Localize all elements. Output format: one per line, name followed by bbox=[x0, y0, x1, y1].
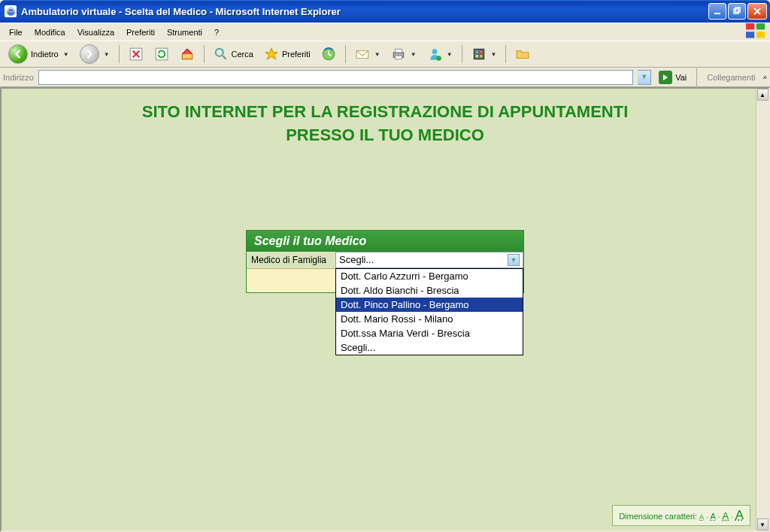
mail-button[interactable]: ▼ bbox=[351, 44, 384, 64]
font-size-xs[interactable]: A bbox=[699, 513, 704, 521]
select-option[interactable]: Dott. Aldo Bianchi - Brescia bbox=[336, 283, 523, 298]
address-input[interactable] bbox=[38, 70, 633, 85]
chevron-down-icon: ▼ bbox=[508, 254, 520, 266]
search-icon bbox=[214, 47, 229, 62]
address-dropdown[interactable]: ▼ bbox=[638, 70, 651, 85]
select-option[interactable]: Dott. Carlo Azzurri - Bergamo bbox=[336, 269, 523, 283]
svg-rect-2 bbox=[734, 9, 738, 14]
menu-file[interactable]: File bbox=[3, 26, 29, 39]
messenger-icon bbox=[427, 47, 442, 62]
svg-rect-21 bbox=[475, 55, 477, 57]
svg-rect-19 bbox=[475, 51, 477, 53]
separator bbox=[505, 45, 506, 63]
refresh-button[interactable] bbox=[150, 44, 173, 64]
favorites-button[interactable]: Preferiti bbox=[260, 44, 314, 64]
separator bbox=[204, 45, 205, 63]
print-button[interactable]: ▼ bbox=[387, 44, 420, 64]
menu-preferiti[interactable]: Preferiti bbox=[120, 26, 161, 39]
svg-rect-4 bbox=[746, 23, 754, 29]
titlebar: Ambulatorio virtuale - Scelta del Medico… bbox=[0, 0, 770, 23]
svg-rect-7 bbox=[756, 32, 765, 38]
tool-button-1[interactable]: ▼ bbox=[468, 44, 501, 64]
chevron-down-icon: ▼ bbox=[374, 51, 380, 58]
menu-visualizza[interactable]: Visualizza bbox=[71, 26, 120, 39]
field-label: Medico di Famiglia bbox=[247, 252, 335, 268]
grid-icon bbox=[471, 47, 487, 62]
stop-icon bbox=[129, 47, 144, 62]
svg-point-17 bbox=[436, 56, 441, 61]
svg-rect-1 bbox=[714, 13, 720, 14]
messenger-button[interactable]: ▼ bbox=[423, 44, 456, 64]
home-icon bbox=[180, 47, 195, 62]
svg-rect-20 bbox=[480, 51, 482, 53]
font-size-m[interactable]: A bbox=[722, 510, 729, 521]
form-area: Scegli il tuo Medico Medico di Famiglia … bbox=[32, 230, 738, 293]
menu-help[interactable]: ? bbox=[208, 26, 225, 39]
minimize-button[interactable] bbox=[708, 3, 726, 20]
svg-point-16 bbox=[432, 49, 437, 54]
scrollbar-vertical[interactable]: ▲ ▼ bbox=[756, 89, 768, 530]
page-heading: SITO INTERNET PER LA REGISTRAZIONE DI AP… bbox=[32, 101, 738, 147]
svg-rect-22 bbox=[480, 55, 482, 57]
refresh-icon bbox=[154, 47, 169, 62]
svg-rect-18 bbox=[474, 49, 484, 59]
svg-point-10 bbox=[215, 49, 223, 56]
history-icon bbox=[321, 47, 336, 62]
menu-strumenti[interactable]: Strumenti bbox=[161, 26, 208, 39]
select-display[interactable]: Scegli... ▼ bbox=[335, 252, 523, 268]
address-bar: Indirizzo ▼ Vai Collegamenti » bbox=[0, 68, 770, 87]
go-button[interactable]: Vai bbox=[656, 69, 690, 86]
back-icon bbox=[8, 44, 28, 64]
scroll-up-button[interactable]: ▲ bbox=[757, 89, 768, 101]
font-size-box: Dimensione caratteri: A· A· A· A bbox=[612, 505, 750, 526]
history-button[interactable] bbox=[317, 44, 340, 64]
home-button[interactable] bbox=[176, 44, 199, 64]
back-button[interactable]: Indietro ▼ bbox=[5, 42, 73, 66]
restore-button[interactable] bbox=[728, 3, 746, 20]
close-button[interactable] bbox=[747, 3, 767, 20]
page-body: SITO INTERNET PER LA REGISTRAZIONE DI AP… bbox=[2, 89, 768, 359]
font-size-l[interactable]: A bbox=[735, 508, 744, 523]
ie-icon bbox=[5, 5, 17, 17]
tool-button-2[interactable] bbox=[511, 44, 534, 64]
chevron-right-icon[interactable]: » bbox=[762, 73, 767, 81]
select-option[interactable]: Dott.ssa Maria Verdi - Brescia bbox=[336, 326, 523, 340]
chevron-down-icon: ▼ bbox=[411, 51, 417, 58]
search-button[interactable]: Cerca bbox=[210, 44, 257, 64]
menubar: File Modifica Visualizza Preferiti Strum… bbox=[0, 23, 770, 41]
forward-button[interactable]: ▼ bbox=[76, 42, 114, 66]
chevron-down-icon: ▼ bbox=[447, 51, 453, 58]
go-icon bbox=[659, 71, 672, 84]
select-option-selected[interactable]: Dott. Pinco Pallino - Bergamo bbox=[336, 298, 523, 312]
select-options-list: Dott. Carlo Azzurri - Bergamo Dott. Aldo… bbox=[335, 268, 523, 355]
star-icon bbox=[264, 47, 279, 62]
page-content: ▲ ▼ SITO INTERNET PER LA REGISTRAZIONE D… bbox=[0, 87, 770, 532]
svg-rect-14 bbox=[395, 49, 402, 52]
select-option[interactable]: Scegli... bbox=[336, 340, 523, 355]
toolbar: Indietro ▼ ▼ Cerca Preferiti ▼ ▼ ▼ ▼ bbox=[0, 41, 770, 68]
menu-modifica[interactable]: Modifica bbox=[29, 26, 71, 39]
chevron-down-icon: ▼ bbox=[104, 51, 110, 58]
svg-rect-3 bbox=[735, 8, 740, 12]
browser-window: Ambulatorio virtuale - Scelta del Medico… bbox=[0, 0, 770, 532]
separator bbox=[696, 68, 697, 86]
font-size-s[interactable]: A bbox=[711, 512, 716, 521]
panel-title: Scegli il tuo Medico bbox=[247, 231, 523, 252]
separator bbox=[345, 45, 346, 63]
choose-doctor-panel: Scegli il tuo Medico Medico di Famiglia … bbox=[246, 230, 524, 293]
links-label[interactable]: Collegamenti bbox=[704, 73, 758, 82]
svg-rect-15 bbox=[395, 56, 402, 59]
font-size-label: Dimensione caratteri: bbox=[619, 512, 697, 521]
svg-rect-6 bbox=[746, 32, 754, 38]
doctor-select[interactable]: Scegli... ▼ Dott. Carlo Azzurri - Bergam… bbox=[335, 252, 523, 268]
separator bbox=[462, 45, 462, 63]
mail-icon bbox=[355, 47, 370, 62]
window-buttons bbox=[707, 3, 770, 20]
windows-flag-icon bbox=[746, 25, 767, 40]
forward-icon bbox=[80, 44, 99, 64]
chevron-down-icon: ▼ bbox=[491, 51, 497, 58]
print-icon bbox=[391, 47, 406, 62]
select-option[interactable]: Dott. Mario Rossi - Milano bbox=[336, 312, 523, 326]
stop-button[interactable] bbox=[125, 44, 147, 64]
scroll-down-button[interactable]: ▼ bbox=[757, 518, 768, 530]
